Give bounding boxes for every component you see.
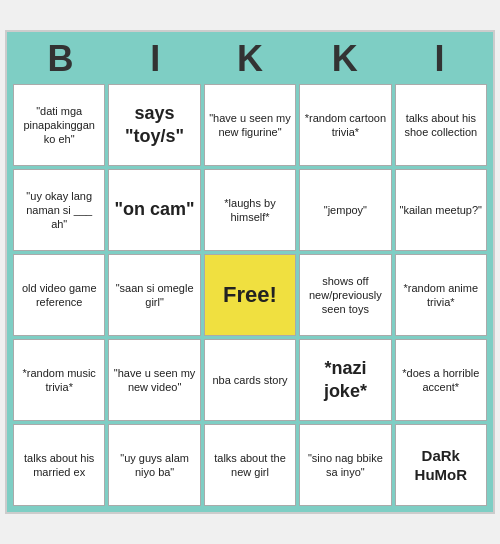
cell-r3c3[interactable]: *nazi joke* [299,339,391,421]
cell-text-r0c1: says "toy/s" [125,102,184,149]
cell-r4c0[interactable]: talks about his married ex [13,424,105,506]
cell-r2c4[interactable]: *random anime trivia* [395,254,487,336]
bingo-grid: "dati mga pinapakinggan ko eh"says "toy/… [13,84,487,506]
cell-r2c2[interactable]: Free! [204,254,296,336]
title-letter-I4: I [396,38,484,80]
cell-r1c1[interactable]: "on cam" [108,169,200,251]
cell-r0c4[interactable]: talks about his shoe collection [395,84,487,166]
cell-r2c3[interactable]: shows off new/previously seen toys [299,254,391,336]
cell-r4c2[interactable]: talks about the new girl [204,424,296,506]
cell-r1c0[interactable]: "uy okay lang naman si ___ ah" [13,169,105,251]
cell-r1c2[interactable]: *laughs by himself* [204,169,296,251]
cell-r1c4[interactable]: "kailan meetup?" [395,169,487,251]
cell-r3c4[interactable]: *does a horrible accent* [395,339,487,421]
cell-r4c4[interactable]: DaRk HuMoR [395,424,487,506]
cell-r3c2[interactable]: nba cards story [204,339,296,421]
cell-r4c3[interactable]: "sino nag bbike sa inyo" [299,424,391,506]
cell-r3c1[interactable]: "have u seen my new video" [108,339,200,421]
cell-r0c2[interactable]: "have u seen my new figurine" [204,84,296,166]
cell-r2c0[interactable]: old video game reference [13,254,105,336]
bingo-title: BIKKI [13,38,487,80]
title-letter-B0: B [16,38,104,80]
cell-r0c1[interactable]: says "toy/s" [108,84,200,166]
title-letter-K3: K [301,38,389,80]
bingo-card: BIKKI "dati mga pinapakinggan ko eh"says… [5,30,495,514]
cell-text-r3c3: *nazi joke* [304,357,386,404]
cell-text-r4c4: DaRk HuMoR [400,446,482,485]
cell-r1c3[interactable]: "jempoy" [299,169,391,251]
cell-r0c3[interactable]: *random cartoon trivia* [299,84,391,166]
title-letter-K2: K [206,38,294,80]
title-letter-I1: I [111,38,199,80]
cell-r3c0[interactable]: *random music trivia* [13,339,105,421]
cell-text-r1c1: "on cam" [115,198,195,221]
cell-r4c1[interactable]: "uy guys alam niyo ba" [108,424,200,506]
cell-r2c1[interactable]: "saan si omegle girl" [108,254,200,336]
cell-r0c0[interactable]: "dati mga pinapakinggan ko eh" [13,84,105,166]
